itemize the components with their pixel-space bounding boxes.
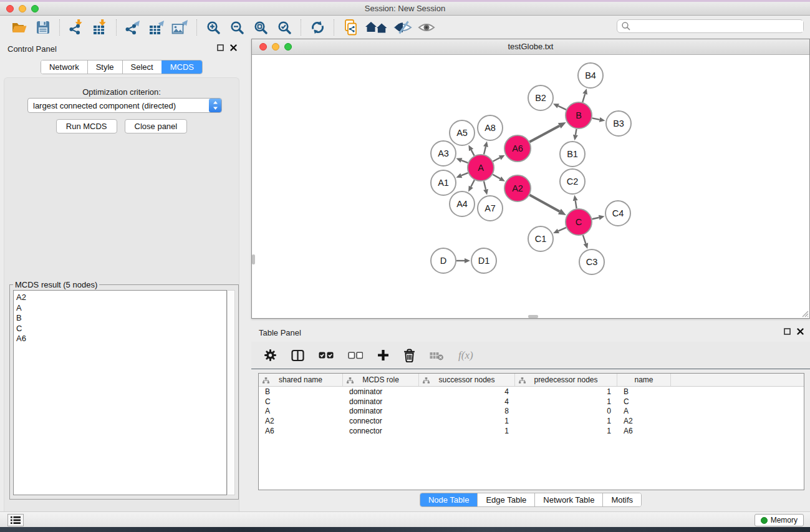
network-horizontal-scrollbar[interactable] xyxy=(528,315,538,318)
graph-node-B3[interactable]: B3 xyxy=(606,111,631,136)
graph-edge-A-A8[interactable] xyxy=(484,147,486,154)
show-all-button[interactable] xyxy=(416,18,437,37)
table-cell[interactable]: 1 xyxy=(419,417,515,425)
memory-button[interactable]: Memory xyxy=(755,514,804,526)
column-header-predecessor-nodes[interactable]: predecessor nodes xyxy=(515,374,617,386)
table-row[interactable]: A2connector11A2 xyxy=(259,416,804,426)
graph-node-A5[interactable]: A5 xyxy=(450,120,475,145)
table-cell[interactable]: connector xyxy=(343,417,419,425)
graph-edge-A-A1[interactable] xyxy=(461,173,468,175)
graph-edge-B-B3[interactable] xyxy=(592,118,600,119)
task-history-button[interactable] xyxy=(7,514,24,526)
column-header-mcds-role[interactable]: MCDS role xyxy=(343,374,419,386)
table-cell[interactable]: connector xyxy=(343,427,419,435)
graph-node-A1[interactable]: A1 xyxy=(431,170,456,195)
graph-edge-B-B4[interactable] xyxy=(582,94,585,102)
mcds-result-item[interactable]: C xyxy=(16,324,226,334)
graph-node-A4[interactable]: A4 xyxy=(450,191,475,216)
graph-edge-B-B1[interactable] xyxy=(576,129,577,135)
deselect-all-columns-button[interactable] xyxy=(348,352,363,359)
float-panel-icon[interactable] xyxy=(784,328,791,335)
graph-node-B1[interactable]: B1 xyxy=(560,142,585,167)
table-cell[interactable]: dominator xyxy=(343,387,419,396)
hide-selected-button[interactable] xyxy=(392,18,413,37)
table-cell[interactable]: 0 xyxy=(515,407,617,415)
zoom-out-button[interactable] xyxy=(226,18,248,37)
graph-edge-A-A5[interactable] xyxy=(471,150,475,155)
table-cell[interactable]: 8 xyxy=(419,407,515,415)
import-network-button[interactable] xyxy=(65,18,87,37)
table-cell[interactable]: dominator xyxy=(343,397,419,406)
network-window-titlebar[interactable]: testGlobe.txt xyxy=(252,39,809,55)
graph-node-A7[interactable]: A7 xyxy=(478,196,503,221)
close-panel-button[interactable]: Close panel xyxy=(125,119,188,133)
graph-edge-A-A7[interactable] xyxy=(484,181,486,189)
table-cell[interactable]: 1 xyxy=(515,387,617,396)
graph-node-C3[interactable]: C3 xyxy=(579,249,604,274)
graph-edge-A-A4[interactable] xyxy=(471,180,475,187)
table-cell[interactable]: 1 xyxy=(515,397,617,406)
result-scrollbar[interactable] xyxy=(227,290,235,495)
import-table-button[interactable] xyxy=(89,18,110,37)
table-row[interactable]: A6connector11A6 xyxy=(259,426,804,436)
table-cell[interactable]: 4 xyxy=(419,397,515,406)
float-panel-icon[interactable] xyxy=(217,44,224,51)
mcds-result-item[interactable]: A6 xyxy=(16,334,226,344)
tab-select[interactable]: Select xyxy=(122,60,162,74)
table-settings-button[interactable] xyxy=(264,349,277,362)
graph-node-C2[interactable]: C2 xyxy=(560,169,585,194)
table-cell[interactable]: 1 xyxy=(515,427,617,435)
create-column-button[interactable] xyxy=(377,349,389,361)
duplicate-network-button[interactable] xyxy=(340,18,361,37)
graph-edge-A2-C[interactable] xyxy=(529,195,559,211)
split-table-button[interactable] xyxy=(291,349,304,362)
resize-grip-icon[interactable] xyxy=(800,309,809,317)
table-cell[interactable]: A6 xyxy=(617,427,671,435)
table-cell[interactable]: C xyxy=(617,397,671,406)
graph-node-B2[interactable]: B2 xyxy=(528,85,553,110)
graph-edge-C-C2[interactable] xyxy=(576,201,577,209)
tab-network[interactable]: Network xyxy=(41,60,87,74)
graph-edge-A-A6[interactable] xyxy=(493,158,499,162)
delete-table-button[interactable] xyxy=(430,351,444,360)
column-header-successor-nodes[interactable]: successor nodes xyxy=(419,374,515,386)
table-cell[interactable]: dominator xyxy=(343,407,419,415)
table-tab-edge-table[interactable]: Edge Table xyxy=(477,493,534,506)
column-header-name[interactable]: name xyxy=(617,374,671,386)
graph-node-D1[interactable]: D1 xyxy=(471,248,496,273)
graph-node-A6[interactable]: A6 xyxy=(504,135,531,162)
export-network-button[interactable] xyxy=(122,18,143,37)
tab-mcds[interactable]: MCDS xyxy=(162,60,202,74)
table-row[interactable]: Adominator80A xyxy=(259,406,804,416)
graph-node-A8[interactable]: A8 xyxy=(478,115,503,140)
graph-node-D[interactable]: D xyxy=(431,248,456,273)
graph-node-A[interactable]: A xyxy=(468,155,494,181)
mcds-result-item[interactable]: A xyxy=(16,303,226,314)
refresh-button[interactable] xyxy=(307,18,328,37)
zoom-selected-button[interactable] xyxy=(274,18,295,37)
close-panel-icon[interactable] xyxy=(797,328,804,335)
zoom-fit-button[interactable] xyxy=(250,18,271,37)
graph-node-C[interactable]: C xyxy=(566,209,592,235)
graph-node-C1[interactable]: C1 xyxy=(528,226,553,251)
open-session-button[interactable] xyxy=(9,18,30,37)
graph-node-B4[interactable]: B4 xyxy=(578,63,603,88)
graph-edge-C-C1[interactable] xyxy=(558,228,566,231)
table-cell[interactable]: B xyxy=(259,387,343,396)
network-vertical-scrollbar[interactable] xyxy=(252,254,255,264)
table-row[interactable]: Bdominator41B xyxy=(259,387,804,397)
graph-edge-A-A3[interactable] xyxy=(461,160,468,163)
first-neighbors-button[interactable] xyxy=(364,18,390,37)
tab-style[interactable]: Style xyxy=(87,60,122,74)
table-cell[interactable]: A2 xyxy=(259,417,343,425)
table-cell[interactable]: C xyxy=(259,397,343,406)
export-image-button[interactable] xyxy=(170,18,191,37)
search-input[interactable] xyxy=(631,21,803,32)
column-header-shared-name[interactable]: shared name xyxy=(259,374,343,386)
close-panel-icon[interactable] xyxy=(230,44,237,51)
function-builder-button[interactable]: f(x) xyxy=(458,349,473,362)
table-cell[interactable]: 4 xyxy=(419,387,515,396)
search-box[interactable] xyxy=(617,19,804,33)
delete-column-button[interactable] xyxy=(403,349,415,362)
node-table[interactable]: shared nameMCDS rolesuccessor nodesprede… xyxy=(258,373,804,490)
